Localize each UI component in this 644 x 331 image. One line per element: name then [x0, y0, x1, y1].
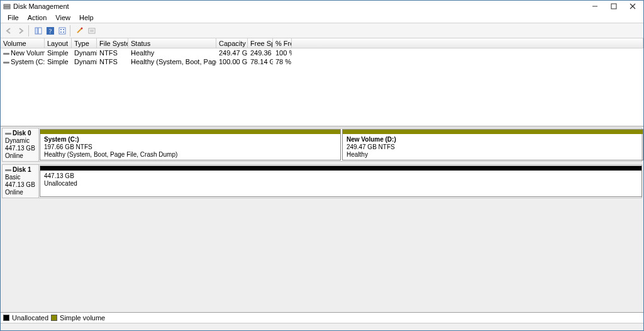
volume-list[interactable]: Volume Layout Type File System Status Ca… [1, 38, 643, 126]
partition-status: Healthy (System, Boot, Page File, Crash … [44, 151, 336, 159]
svg-rect-6 [35, 28, 38, 34]
partition[interactable]: System (C:)197.66 GB NTFSHealthy (System… [40, 129, 341, 160]
refresh-button[interactable] [57, 25, 68, 36]
vol-layout: Simple [45, 48, 72, 57]
vol-capacity: 100.00 GB [216, 57, 248, 66]
properties-button[interactable] [86, 25, 97, 36]
svg-rect-1 [4, 7, 10, 9]
close-button[interactable] [623, 1, 642, 12]
col-layout[interactable]: Layout [45, 38, 72, 48]
disk-graphical-view[interactable]: Disk 0Dynamic447.13 GBOnlineSystem (C:)1… [1, 126, 643, 313]
disk-partitions: System (C:)197.66 GB NTFSHealthy (System… [39, 128, 641, 161]
maximize-button[interactable] [604, 1, 623, 12]
col-pctfree[interactable]: % Free [273, 38, 292, 48]
partition-label: System (C:) [44, 136, 336, 143]
help-button[interactable]: ? [45, 25, 56, 36]
partition-status: Healthy [347, 151, 639, 159]
disk-row[interactable]: Disk 0Dynamic447.13 GBOnlineSystem (C:)1… [2, 128, 642, 162]
vol-status: Healthy (System, Boot, Page File, Crash … [128, 57, 216, 66]
vol-pctfree: 100 % [273, 48, 292, 57]
statusbar [1, 323, 643, 330]
disk-icon [3, 62, 9, 64]
vol-layout: Simple [45, 57, 72, 66]
partition-stripe [40, 166, 641, 171]
disk-info: Disk 0Dynamic447.13 GBOnline [3, 128, 39, 161]
toolbar: ? [1, 23, 643, 38]
forward-button[interactable] [15, 25, 26, 36]
vol-free: 78.14 GB [248, 57, 273, 66]
menu-action[interactable]: Action [23, 12, 52, 23]
col-volume[interactable]: Volume [1, 38, 45, 48]
col-freespace[interactable]: Free Spa... [248, 38, 273, 48]
partition-label: New Volume (D:) [347, 136, 639, 143]
menubar: File Action View Help [1, 12, 643, 23]
svg-rect-3 [611, 4, 616, 9]
svg-text:?: ? [49, 28, 52, 35]
disk-icon [3, 53, 9, 55]
vol-status: Healthy [128, 48, 216, 57]
svg-rect-16 [89, 28, 95, 33]
svg-rect-12 [63, 29, 64, 30]
col-filesystem[interactable]: File System [97, 38, 128, 48]
partition[interactable]: 447.13 GBUnallocated [40, 166, 642, 197]
svg-rect-13 [60, 31, 62, 33]
svg-rect-7 [38, 28, 42, 34]
partition-status: Unallocated [44, 180, 638, 188]
window-title: Disk Management [13, 1, 69, 12]
partition-size: 197.66 GB NTFS [44, 143, 336, 151]
volume-list-header[interactable]: Volume Layout Type File System Status Ca… [1, 38, 643, 48]
vol-type: Dynamic [72, 57, 97, 66]
col-capacity[interactable]: Capacity [216, 38, 248, 48]
disk-icon [5, 133, 11, 135]
partition-stripe [343, 130, 643, 134]
menu-help[interactable]: Help [75, 12, 98, 23]
vol-fs: NTFS [97, 57, 128, 66]
vol-name: New Volume (D:) [1, 48, 45, 57]
svg-rect-10 [59, 28, 65, 34]
svg-rect-0 [4, 4, 10, 6]
vol-name: System (C:) [1, 57, 45, 66]
show-hide-tree-button[interactable] [33, 25, 44, 36]
legend-simple-volume: Simple volume [60, 314, 105, 322]
vol-type: Dynamic [72, 48, 97, 57]
svg-rect-14 [63, 31, 64, 33]
disk-partitions: 447.13 GBUnallocated [39, 165, 641, 198]
disk-row[interactable]: Disk 1Basic447.13 GBOnline447.13 GBUnall… [2, 164, 642, 198]
col-status[interactable]: Status [128, 38, 216, 48]
col-type[interactable]: Type [72, 38, 97, 48]
menu-view[interactable]: View [51, 12, 75, 23]
swatch-unallocated [3, 315, 9, 321]
toolbar-separator [70, 25, 72, 36]
back-button[interactable] [3, 25, 14, 36]
vol-free: 249.36 GB [248, 48, 273, 57]
settings-button[interactable] [74, 25, 86, 36]
partition-size: 447.13 GB [44, 172, 638, 180]
vol-fs: NTFS [97, 48, 128, 57]
swatch-simple-volume [51, 315, 57, 321]
toolbar-separator [28, 25, 31, 36]
volume-row[interactable]: New Volume (D:)SimpleDynamicNTFSHealthy2… [1, 48, 643, 57]
col-spacer [292, 38, 643, 48]
partition[interactable]: New Volume (D:)249.47 GB NTFSHealthy [342, 129, 643, 160]
app-icon [3, 3, 11, 10]
menu-file[interactable]: File [3, 12, 23, 23]
volume-row[interactable]: System (C:)SimpleDynamicNTFSHealthy (Sys… [1, 57, 643, 66]
legend: Unallocated Simple volume [1, 313, 643, 323]
partition-stripe [40, 130, 340, 134]
minimize-button[interactable] [586, 1, 604, 12]
disk-info: Disk 1Basic447.13 GBOnline [3, 165, 39, 198]
titlebar: Disk Management [1, 1, 643, 12]
disk-icon [5, 169, 11, 171]
svg-point-15 [81, 27, 83, 29]
vol-pctfree: 78 % [273, 57, 292, 66]
vol-capacity: 249.47 GB [216, 48, 248, 57]
legend-unallocated: Unallocated [12, 314, 48, 322]
partition-size: 249.47 GB NTFS [347, 143, 639, 151]
svg-rect-11 [60, 29, 62, 30]
